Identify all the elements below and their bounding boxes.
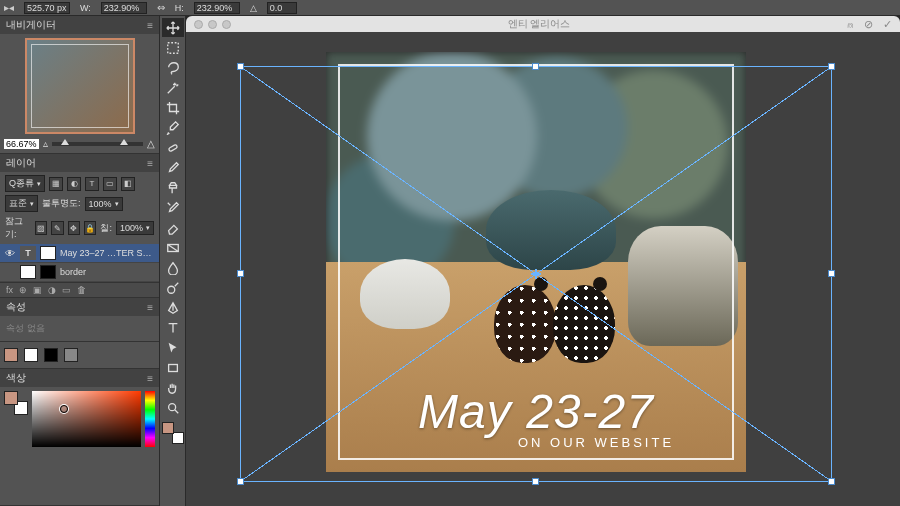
lasso-tool[interactable]: [162, 58, 184, 77]
type-tool[interactable]: [162, 318, 184, 337]
layer-name[interactable]: May 23–27 …TER SQUARE: [60, 248, 155, 258]
transform-ref-icon[interactable]: ▸◂: [4, 2, 14, 13]
layer-list: 👁 T May 23–27 …TER SQUARE border: [0, 244, 159, 282]
color-panel: 색상≡: [0, 369, 159, 506]
pen-tool[interactable]: [162, 298, 184, 317]
zoom-out-icon[interactable]: ▵: [43, 138, 48, 149]
canvas-area[interactable]: May 23-27 ON OUR WEBSITE: [186, 32, 900, 506]
swatch[interactable]: [4, 348, 18, 362]
lock-transparent-icon[interactable]: ▨: [35, 221, 47, 235]
tools-toolbar: [160, 16, 186, 506]
layers-title: 레이어: [6, 156, 36, 170]
fill-field[interactable]: 100%▾: [116, 221, 154, 235]
tan-cup-icon: [628, 226, 738, 346]
navigator-thumbnail[interactable]: [25, 38, 135, 134]
layer-filter-kind[interactable]: Q종류▾: [5, 175, 45, 192]
link-wh-icon[interactable]: ⇔: [157, 2, 165, 13]
angle-field[interactable]: [267, 2, 297, 14]
hue-strip[interactable]: [145, 391, 155, 447]
crop-tool[interactable]: [162, 98, 184, 117]
chevron-down-icon: ▾: [37, 180, 41, 188]
marquee-tool[interactable]: [162, 38, 184, 57]
opacity-label: 불투명도:: [42, 197, 81, 210]
teal-bowl-icon: [486, 190, 616, 270]
handle-bot-right[interactable]: [828, 478, 835, 485]
filter-shape-icon[interactable]: ▭: [103, 177, 117, 191]
path-select-tool[interactable]: [162, 338, 184, 357]
filter-adjust-icon[interactable]: ◐: [67, 177, 81, 191]
toolbar-fg-bg[interactable]: [162, 422, 184, 444]
layer-thumb: [20, 265, 36, 279]
x-field[interactable]: [24, 2, 70, 14]
traffic-lights[interactable]: [194, 20, 231, 29]
svg-rect-1: [168, 144, 177, 151]
options-bar: ▸◂ W: ⇔ H: △: [0, 0, 900, 16]
swatch[interactable]: [44, 348, 58, 362]
magic-wand-tool[interactable]: [162, 78, 184, 97]
swatch-row: [0, 342, 159, 369]
mask-icon[interactable]: ⊕: [19, 285, 27, 295]
rectangle-tool[interactable]: [162, 358, 184, 377]
eyedropper-tool[interactable]: [162, 118, 184, 137]
group-icon[interactable]: ◑: [48, 285, 56, 295]
zoom-tool[interactable]: [162, 398, 184, 417]
new-fill-icon[interactable]: ▣: [33, 285, 42, 295]
layer-row[interactable]: 👁 T May 23–27 …TER SQUARE: [0, 244, 159, 263]
new-layer-icon[interactable]: ▭: [62, 285, 71, 295]
fx-icon[interactable]: fx: [6, 285, 13, 295]
panel-menu-icon[interactable]: ≡: [147, 158, 153, 169]
handle-top-left[interactable]: [237, 63, 244, 70]
blend-mode-select[interactable]: 표준▾: [5, 195, 38, 212]
handle-bot-mid[interactable]: [532, 478, 539, 485]
zoom-in-icon[interactable]: △: [147, 138, 155, 149]
handle-mid-left[interactable]: [237, 270, 244, 277]
clone-tool[interactable]: [162, 178, 184, 197]
trash-icon[interactable]: 🗑: [77, 285, 86, 295]
lock-brush-icon[interactable]: ✎: [51, 221, 63, 235]
navigator-zoom-value[interactable]: 66.67%: [4, 139, 39, 149]
move-tool[interactable]: [162, 18, 184, 37]
svg-rect-0: [167, 42, 178, 53]
canvas-artwork: May 23-27 ON OUR WEBSITE: [326, 52, 746, 472]
handle-bot-left[interactable]: [237, 478, 244, 485]
visibility-icon[interactable]: 👁: [4, 248, 16, 259]
blur-tool[interactable]: [162, 258, 184, 277]
navigator-zoom-slider[interactable]: [52, 142, 143, 146]
lock-label: 잠그기:: [5, 215, 31, 241]
lock-move-icon[interactable]: ✥: [68, 221, 80, 235]
history-brush-tool[interactable]: [162, 198, 184, 217]
color-picker-field[interactable]: [32, 391, 141, 447]
commit-transform-button[interactable]: ✓: [883, 18, 892, 31]
handle-top-right[interactable]: [828, 63, 835, 70]
filter-type-icon[interactable]: T: [85, 177, 99, 191]
swatch[interactable]: [64, 348, 78, 362]
gradient-tool[interactable]: [162, 238, 184, 257]
dates: 23-27: [526, 385, 654, 438]
properties-title: 속성: [6, 300, 26, 314]
lock-all-icon[interactable]: 🔒: [84, 221, 96, 235]
main-word: May: [418, 385, 526, 438]
panel-menu-icon[interactable]: ≡: [147, 302, 153, 313]
h-field[interactable]: [194, 2, 240, 14]
layer-row[interactable]: border: [0, 263, 159, 282]
filter-image-icon[interactable]: ▦: [49, 177, 63, 191]
w-field[interactable]: [101, 2, 147, 14]
swatch[interactable]: [24, 348, 38, 362]
layer-thumb: [40, 246, 56, 260]
handle-mid-right[interactable]: [828, 270, 835, 277]
dodge-tool[interactable]: [162, 278, 184, 297]
chevron-down-icon: ▾: [115, 200, 119, 208]
fg-bg-swatch[interactable]: [4, 391, 28, 415]
eraser-tool[interactable]: [162, 218, 184, 237]
cancel-transform-button[interactable]: ⊘: [864, 18, 873, 31]
heal-tool[interactable]: [162, 138, 184, 157]
filter-smart-icon[interactable]: ◧: [121, 177, 135, 191]
opacity-field[interactable]: 100%▾: [85, 197, 123, 211]
panel-menu-icon[interactable]: ≡: [147, 20, 153, 31]
hand-tool[interactable]: [162, 378, 184, 397]
layer-name[interactable]: border: [60, 267, 155, 277]
anti-alias-icon[interactable]: ⍝: [847, 18, 854, 31]
panel-menu-icon[interactable]: ≡: [147, 373, 153, 384]
layers-footer: fx ⊕ ▣ ◑ ▭ 🗑: [0, 282, 159, 297]
brush-tool[interactable]: [162, 158, 184, 177]
